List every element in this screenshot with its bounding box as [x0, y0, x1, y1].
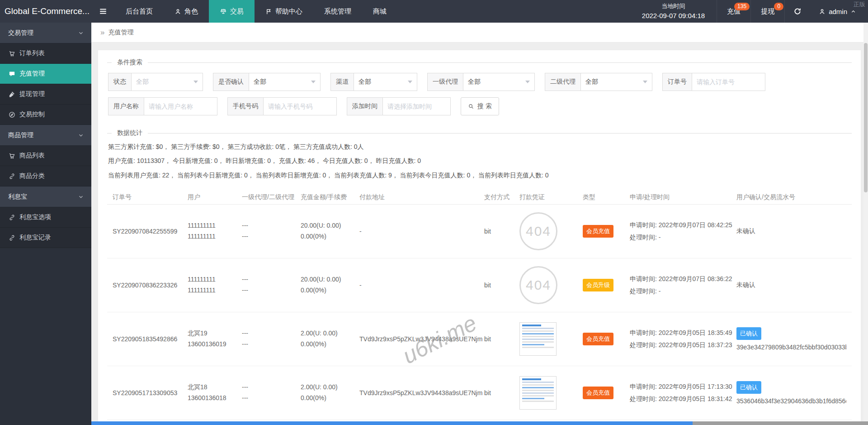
payment-method: bit [484, 335, 516, 343]
user-phone: 13600136019 [188, 339, 238, 350]
hamburger-icon [99, 7, 107, 15]
order-no-input[interactable] [692, 73, 765, 91]
col-header-agents: 一级代理/二级代理 [242, 193, 297, 201]
search-panel: 条件搜索 状态 全部 是否确认 全部 渠道 [107, 58, 852, 123]
payment-proof-thumbnail[interactable] [519, 322, 557, 356]
sidebar-item-label: 商品分类 [19, 172, 45, 180]
local-time-label: 当地时间 [642, 2, 705, 11]
withdraw-button[interactable]: 提现 0 [750, 0, 784, 23]
process-time: 处理时间: 2022年09月05日 18:37:23 [630, 339, 733, 351]
search-button[interactable]: 搜 索 [461, 97, 499, 115]
caret-down-icon [311, 81, 316, 83]
user-name-input[interactable] [144, 97, 217, 115]
agent2: --- [242, 393, 297, 404]
refresh-button[interactable] [784, 0, 810, 23]
phone-input[interactable] [264, 97, 337, 115]
agent2: --- [242, 339, 297, 350]
sidebar-group-goods[interactable]: 商品管理 [0, 125, 91, 146]
filter-label: 渠道 [330, 73, 354, 91]
filter-label: 二级代理 [545, 73, 581, 91]
confirm-status-badge: 已确认 [736, 381, 761, 394]
sidebar-group-label: 交易管理 [8, 29, 33, 37]
agent2-select[interactable]: 全部 [581, 73, 652, 91]
apply-time: 申请时间: 2022年09月05日 17:13:30 [630, 381, 733, 393]
nav-item-dashboard[interactable]: 后台首页 [115, 0, 164, 23]
filter-row-1: 状态 全部 是否确认 全部 渠道 全部 [108, 73, 852, 91]
nav-item-label: 商城 [373, 7, 387, 16]
filter-agent1: 一级代理 全部 [427, 73, 535, 91]
horizontal-scrollbar-track[interactable] [693, 421, 868, 425]
fee: 0.00(0%) [301, 393, 356, 404]
filter-label: 订单号 [662, 73, 692, 91]
sidebar-item-goods-category[interactable]: 商品分类 [0, 166, 91, 186]
confirmed-select[interactable]: 全部 [249, 73, 321, 91]
payment-method: bit [484, 282, 516, 289]
nav-item-help-center[interactable]: 帮助中心 [255, 0, 313, 23]
withdraw-count-badge: 0 [774, 3, 783, 10]
breadcrumb: » 充值管理 [91, 23, 868, 43]
amount: 2.00(U: 0.00) [301, 328, 356, 339]
col-header-address: 付款地址 [359, 193, 481, 201]
vertical-scrollbar-thumb[interactable] [864, 43, 868, 192]
table-row: SY2209070836223326 111111111111111111 --… [107, 258, 852, 312]
nav-item-label: 角色 [184, 7, 198, 16]
channel-select[interactable]: 全部 [354, 73, 417, 91]
amount: 20.00(U: 0.00) [301, 274, 356, 285]
sidebar-item-trade-control[interactable]: 交易控制 [0, 105, 91, 125]
chevron-down-icon [78, 194, 84, 200]
user-name: 北冥18 [188, 382, 238, 393]
sidebar-item-goods-list[interactable]: 商品列表 [0, 146, 91, 166]
sidebar-item-lixibao-options[interactable]: 利息宝选项 [0, 207, 91, 228]
fee: 0.00(0%) [301, 231, 356, 242]
payment-proof-thumbnail[interactable] [519, 376, 557, 410]
filter-label: 一级代理 [427, 73, 463, 91]
filter-order-no: 订单号 [662, 73, 765, 91]
recharge-button[interactable]: 充值 135 [717, 0, 750, 23]
page-title: 充值管理 [108, 29, 133, 37]
filter-user-name: 用户名称 [108, 97, 217, 115]
transaction-hash: 39e3e34279809b3482fc5bbf30d03033b5eacb92… [736, 344, 846, 351]
user-name: 北冥19 [188, 328, 238, 339]
sidebar-item-order-list[interactable]: 订单列表 [0, 43, 91, 64]
filter-add-time: 添加时间 [347, 97, 451, 115]
nav-item-system[interactable]: 系统管理 [313, 0, 362, 23]
payment-proof-404: 404 [519, 212, 557, 250]
amount: 20.00(U: 0.00) [301, 220, 356, 231]
vertical-scrollbar [863, 23, 868, 421]
nav-item-roles[interactable]: 角色 [164, 0, 209, 23]
flag-icon [265, 8, 272, 15]
order-no: SY2209051835492866 [113, 335, 184, 343]
user-phone: 13600136018 [188, 393, 238, 404]
amount: 2.00(U: 0.00) [301, 382, 356, 393]
horizontal-scrollbar [91, 421, 868, 425]
sidebar-group-lixibao[interactable]: 利息宝 [0, 186, 91, 207]
recharge-count-badge: 135 [734, 3, 750, 10]
sidebar-toggle-button[interactable] [91, 0, 115, 23]
sidebar-item-lixibao-records[interactable]: 利息宝记录 [0, 228, 91, 248]
user-icon [175, 8, 181, 15]
agent1: --- [242, 328, 297, 339]
horizontal-scrollbar-thumb[interactable] [91, 421, 693, 425]
user-name: 111111111 [188, 220, 238, 231]
col-header-method: 支付方式 [484, 193, 516, 201]
main-menu: 后台首页 角色 交易 帮助中心 系统管理 商城 [115, 0, 397, 23]
sidebar-item-withdraw[interactable]: 提现管理 [0, 84, 91, 105]
payment-address: TVd9Jrz9xsP5pZKLw3JV94438a9sUE7Njm [359, 335, 481, 343]
nav-item-trade[interactable]: 交易 [209, 0, 255, 23]
status-select[interactable]: 全部 [132, 73, 203, 91]
sidebar-item-recharge[interactable]: 充值管理 [0, 64, 91, 84]
agent1-select[interactable]: 全部 [463, 73, 535, 91]
local-time: 当地时间 2022-09-07 09:04:18 [630, 2, 717, 21]
sidebar-item-label: 利息宝记录 [19, 234, 51, 242]
select-value: 全部 [468, 78, 481, 86]
select-value: 全部 [136, 78, 149, 86]
nav-item-mall[interactable]: 商城 [362, 0, 397, 23]
confirm-status-badge: 已确认 [736, 327, 761, 340]
payment-address: TVd9Jrz9xsP5pZKLw3JV94438a9sUE7Njm [359, 389, 481, 396]
add-time-input[interactable] [383, 97, 451, 115]
content-card: 条件搜索 状态 全部 是否确认 全部 渠道 [98, 50, 861, 425]
link-icon [9, 234, 15, 241]
table-row: SY2209070842255599 111111111111111111 --… [107, 205, 852, 258]
user-menu[interactable]: admin [810, 8, 868, 15]
sidebar-group-trade[interactable]: 交易管理 [0, 23, 91, 43]
